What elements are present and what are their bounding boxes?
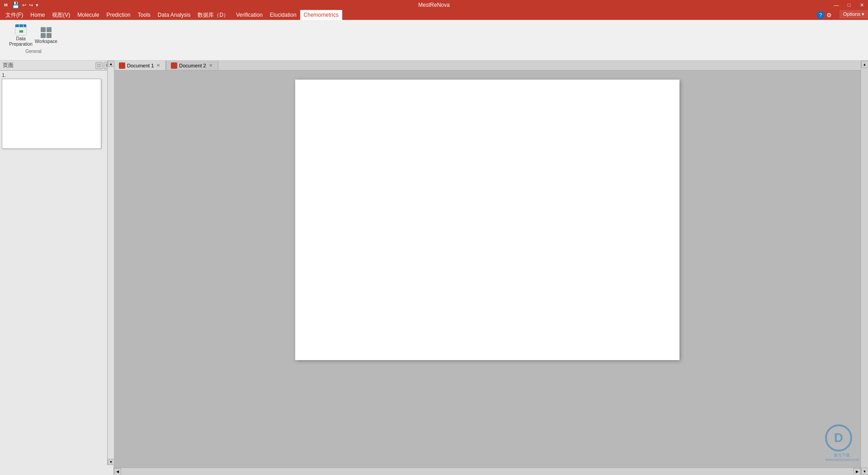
svg-rect-5 xyxy=(19,28,23,30)
menu-item-prediction[interactable]: Prediction xyxy=(103,10,134,20)
svg-rect-1 xyxy=(15,24,19,27)
quick-extra[interactable]: ▾ xyxy=(35,2,39,8)
menu-bar: 文件(F) Home 视图(V) Molecule Prediction Too… xyxy=(0,10,868,20)
doc-tab-1[interactable]: Document 1 ✕ xyxy=(114,61,166,70)
doc-tab-2-close[interactable]: ✕ xyxy=(208,62,213,68)
options-button[interactable]: Options ▾ xyxy=(840,10,868,19)
menu-item-file[interactable]: 文件(F) xyxy=(2,10,27,20)
workspace-button[interactable]: Workspace xyxy=(34,24,58,47)
workspace-icon xyxy=(40,26,52,39)
doc-canvas-area[interactable] xyxy=(114,71,861,468)
minimize-button[interactable]: — xyxy=(830,0,843,10)
ribbon-group-label: General xyxy=(25,49,42,54)
svg-rect-15 xyxy=(41,33,46,38)
window-controls: — □ ✕ xyxy=(830,0,868,10)
menu-item-molecule[interactable]: Molecule xyxy=(74,10,103,20)
svg-rect-3 xyxy=(24,24,26,27)
svg-rect-6 xyxy=(24,28,26,30)
scroll-top-arrow[interactable]: ▲ xyxy=(861,61,868,68)
right-scrollbar[interactable]: ▲ ▼ xyxy=(861,61,868,475)
menu-item-verification[interactable]: Verification xyxy=(232,10,266,20)
svg-rect-7 xyxy=(15,30,19,33)
page-number: 1. xyxy=(2,72,112,78)
svg-rect-4 xyxy=(15,28,19,30)
scroll-track-vertical xyxy=(108,67,114,459)
scroll-left-arrow[interactable]: ◀ xyxy=(114,468,121,475)
data-preparation-button[interactable]: DataPreparation xyxy=(9,24,33,47)
help-icon[interactable]: ? xyxy=(816,11,825,19)
svg-rect-13 xyxy=(41,27,46,32)
app-title: MestReNova xyxy=(418,2,449,8)
left-panel: 页面 □ ✕ 1. ▲ ▼ xyxy=(0,61,114,475)
scroll-bottom-arrow[interactable]: ▼ xyxy=(861,468,868,475)
left-panel-scrollbar[interactable]: ▲ ▼ xyxy=(107,61,114,465)
quick-undo[interactable]: ↩ xyxy=(21,2,27,8)
menu-item-elucidation[interactable]: Elucidation xyxy=(266,10,300,20)
svg-rect-16 xyxy=(47,33,52,38)
close-button[interactable]: ✕ xyxy=(855,0,868,10)
panel-header: 页面 □ ✕ xyxy=(0,61,113,71)
doc-page xyxy=(295,80,679,360)
scroll-h-track xyxy=(121,469,854,475)
scroll-down-arrow[interactable]: ▼ xyxy=(108,459,114,465)
scroll-v-track xyxy=(862,68,868,468)
quick-save[interactable]: 💾 xyxy=(11,1,20,9)
svg-rect-9 xyxy=(24,30,26,33)
menu-item-tools[interactable]: Tools xyxy=(134,10,154,20)
main-area: 页面 □ ✕ 1. ▲ ▼ Document 1 xyxy=(0,61,868,475)
svg-rect-18 xyxy=(172,63,176,68)
menu-item-view[interactable]: 视图(V) xyxy=(48,10,74,20)
bottom-scrollbar[interactable]: ◀ ▶ xyxy=(114,468,861,475)
ribbon: DataPreparation Workspace General xyxy=(0,20,868,61)
svg-rect-11 xyxy=(19,33,23,35)
page-thumbnail[interactable] xyxy=(2,79,101,149)
doc-tab-2-icon xyxy=(171,62,177,69)
svg-rect-12 xyxy=(24,33,26,35)
svg-rect-2 xyxy=(19,24,23,27)
data-preparation-label: DataPreparation xyxy=(9,36,33,47)
scroll-right-arrow[interactable]: ▶ xyxy=(854,468,861,475)
svg-rect-14 xyxy=(47,27,52,32)
panel-content: 1. xyxy=(0,71,113,475)
settings-icon[interactable]: ⚙ xyxy=(826,12,832,19)
scroll-up-arrow[interactable]: ▲ xyxy=(108,61,114,67)
quick-redo[interactable]: ↪ xyxy=(28,2,34,8)
menu-item-database[interactable]: 数据库（D） xyxy=(194,10,232,20)
doc-tabs: Document 1 ✕ Document 2 ✕ xyxy=(114,61,861,71)
page-thumbnail-container: 1. xyxy=(2,72,112,149)
maximize-button[interactable]: □ xyxy=(843,0,855,10)
app-logo: M xyxy=(2,1,10,9)
svg-rect-17 xyxy=(120,63,124,68)
svg-rect-8 xyxy=(19,30,23,33)
panel-title: 页面 xyxy=(3,62,14,69)
doc-tab-1-icon xyxy=(119,62,125,69)
menu-item-data-analysis[interactable]: Data Analysis xyxy=(154,10,194,20)
doc-tab-2-label: Document 2 xyxy=(179,63,206,68)
doc-area: Document 1 ✕ Document 2 ✕ ◀ ▶ xyxy=(114,61,861,475)
doc-tab-2[interactable]: Document 2 ✕ xyxy=(166,61,218,70)
menu-item-chemometrics[interactable]: Chemometrics xyxy=(300,10,342,20)
menu-item-home[interactable]: Home xyxy=(27,10,48,20)
doc-tab-1-label: Document 1 xyxy=(127,63,154,68)
table-icon xyxy=(14,24,27,36)
title-bar: M 💾 ↩ ↪ ▾ MestReNova — □ ✕ xyxy=(0,0,868,10)
svg-rect-10 xyxy=(15,33,19,35)
ribbon-group-general: DataPreparation Workspace General xyxy=(5,27,61,54)
doc-tab-1-close[interactable]: ✕ xyxy=(156,62,161,68)
workspace-label: Workspace xyxy=(35,39,57,44)
panel-float-button[interactable]: □ xyxy=(95,62,103,69)
